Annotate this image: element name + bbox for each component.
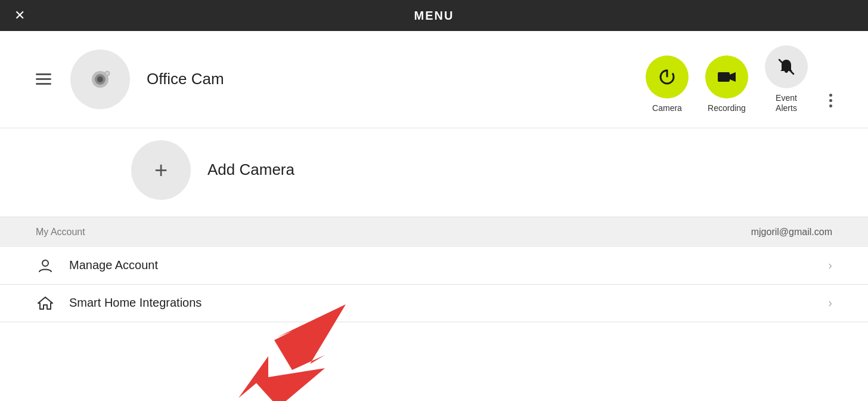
red-arrow-annotation [232, 350, 328, 401]
hamburger-icon[interactable] [36, 73, 51, 85]
person-icon [36, 258, 55, 273]
recording-action-group: Recording [705, 55, 748, 113]
add-camera-button[interactable]: + [131, 140, 191, 200]
event-alerts-action-label: EventAlerts [776, 93, 797, 113]
manage-account-item[interactable]: Manage Account › [0, 247, 868, 285]
smart-home-label: Smart Home Integrations [69, 296, 828, 310]
action-buttons: Camera Recording [646, 45, 832, 113]
top-bar: ✕ MENU [0, 0, 868, 31]
my-account-section: My Account mjgoril@gmail.com [0, 217, 868, 247]
svg-point-2 [97, 76, 103, 82]
my-account-label: My Account [36, 227, 85, 237]
recording-action-button[interactable] [705, 55, 748, 98]
manage-account-label: Manage Account [69, 258, 828, 272]
svg-marker-7 [730, 72, 736, 82]
camera-action-button[interactable] [646, 55, 689, 98]
svg-rect-6 [718, 72, 730, 82]
chevron-right-icon-2: › [828, 296, 832, 310]
camera-avatar [70, 50, 130, 109]
camera-action-label: Camera [652, 103, 682, 113]
plus-icon: + [154, 159, 168, 181]
svg-marker-10 [38, 297, 52, 309]
chevron-right-icon: › [828, 258, 832, 272]
event-alerts-action-group: EventAlerts [765, 45, 808, 113]
svg-point-3 [105, 71, 110, 76]
add-camera-label: Add Camera [207, 161, 294, 179]
event-alerts-action-button[interactable] [765, 45, 808, 88]
smart-home-item[interactable]: Smart Home Integrations › [0, 285, 868, 322]
svg-point-9 [42, 260, 48, 266]
recording-action-label: Recording [708, 103, 746, 113]
home-icon [36, 295, 55, 311]
camera-section: Office Cam Camera Rec [0, 31, 868, 128]
add-camera-section: + Add Camera [0, 128, 868, 217]
camera-action-group: Camera [646, 55, 689, 113]
svg-marker-11 [238, 356, 325, 401]
close-button[interactable]: ✕ [14, 9, 25, 22]
camera-name: Office Cam [147, 70, 646, 88]
more-button[interactable] [829, 94, 832, 113]
my-account-email: mjgoril@gmail.com [751, 227, 832, 237]
menu-title: MENU [414, 9, 454, 23]
